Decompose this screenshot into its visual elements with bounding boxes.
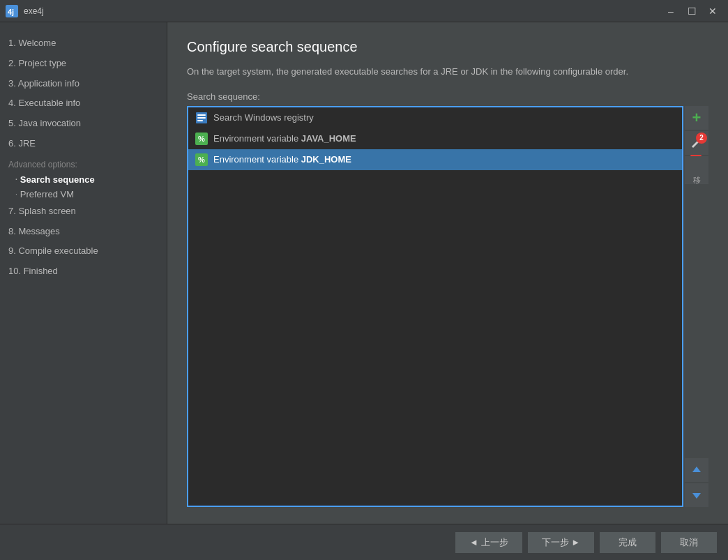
svg-marker-7 bbox=[692, 493, 701, 499]
app-icon: 4j bbox=[6, 5, 18, 17]
sidebar-item-messages[interactable]: 8. Messages bbox=[0, 222, 167, 242]
sequence-panel: Search Windows registry % Environment va… bbox=[187, 106, 708, 508]
sidebar-item-java-invocation[interactable]: 5. Java invocation bbox=[0, 114, 167, 134]
arrow-down-icon bbox=[691, 490, 702, 501]
finish-button[interactable]: 完成 bbox=[600, 532, 655, 553]
window-controls: – ☐ ✕ bbox=[661, 4, 722, 18]
sidebar-item-exe-info[interactable]: 4. Executable info bbox=[0, 93, 167, 114]
sidebar-item-splash-screen[interactable]: 7. Splash screen bbox=[0, 202, 167, 222]
page-title: Configure search sequence bbox=[187, 39, 708, 55]
list-item-java-home[interactable]: % Environment variable JAVA_HOME bbox=[188, 128, 682, 149]
restore-button[interactable]: ☐ bbox=[682, 4, 702, 18]
minimize-button[interactable]: – bbox=[661, 4, 681, 18]
move-down-button[interactable] bbox=[685, 483, 708, 507]
page-description: On the target system, the generated exec… bbox=[187, 65, 708, 79]
svg-rect-4 bbox=[197, 117, 206, 119]
list-item-java-home-text: Environment variable JAVA_HOME bbox=[213, 133, 356, 144]
sidebar-item-project-type[interactable]: 2. Project type bbox=[0, 54, 167, 74]
window-title: exe4j bbox=[24, 6, 661, 16]
svg-text:4j: 4j bbox=[8, 8, 14, 16]
right-panel: + 2 移 bbox=[685, 106, 708, 508]
svg-marker-6 bbox=[692, 467, 701, 472]
sidebar: 1. Welcome 2. Project type 3. Applicatio… bbox=[0, 22, 167, 524]
registry-icon bbox=[195, 112, 208, 124]
arrow-up-icon bbox=[691, 464, 702, 476]
edit-badge: 2 bbox=[696, 133, 707, 144]
sequence-label: Search sequence: bbox=[187, 91, 708, 102]
action-buttons: + 2 移 bbox=[685, 106, 708, 184]
sidebar-item-preferred-vm[interactable]: · Preferred VM bbox=[0, 187, 167, 202]
svg-rect-3 bbox=[197, 114, 206, 116]
footer: ◄ 上一步 下一步 ► 完成 取消 bbox=[0, 524, 728, 560]
bullet-icon: · bbox=[15, 176, 17, 183]
sequence-list[interactable]: Search Windows registry % Environment va… bbox=[187, 106, 683, 508]
delete-button[interactable]: 移 bbox=[685, 156, 708, 184]
advanced-options-label: Advanced options: bbox=[0, 154, 167, 172]
search-sequence-label: Search sequence bbox=[20, 174, 95, 185]
sidebar-item-app-info[interactable]: 3. Application info bbox=[0, 74, 167, 94]
preferred-vm-label: Preferred VM bbox=[20, 189, 74, 199]
content-area: Configure search sequence On the target … bbox=[167, 22, 728, 524]
close-button[interactable]: ✕ bbox=[703, 4, 722, 18]
sidebar-item-jre[interactable]: 6. JRE bbox=[0, 134, 167, 154]
list-item-registry[interactable]: Search Windows registry bbox=[188, 107, 682, 128]
list-item-registry-text: Search Windows registry bbox=[213, 112, 314, 123]
sidebar-item-search-sequence[interactable]: · Search sequence bbox=[0, 172, 167, 187]
move-up-button[interactable] bbox=[685, 458, 708, 482]
list-item-jdk-home[interactable]: % Environment variable JDK_HOME 1 bbox=[188, 149, 682, 170]
sidebar-item-finished[interactable]: 10. Finished bbox=[0, 262, 167, 282]
cancel-button[interactable]: 取消 bbox=[661, 532, 717, 553]
list-item-jdk-home-text: Environment variable JDK_HOME bbox=[213, 154, 351, 165]
main-layout: 1. Welcome 2. Project type 3. Applicatio… bbox=[0, 22, 728, 524]
prev-button[interactable]: ◄ 上一步 bbox=[455, 532, 522, 553]
next-button[interactable]: 下一步 ► bbox=[528, 532, 594, 553]
edit-button[interactable]: 2 bbox=[685, 131, 708, 155]
titlebar: 4j exe4j – ☐ ✕ bbox=[0, 0, 728, 22]
svg-rect-5 bbox=[197, 120, 203, 121]
add-button[interactable]: + bbox=[685, 106, 708, 130]
bullet-icon-2: · bbox=[15, 190, 17, 198]
env-icon-jdk-home: % bbox=[195, 153, 208, 166]
arrow-buttons bbox=[685, 453, 708, 507]
sidebar-item-welcome[interactable]: 1. Welcome bbox=[0, 33, 167, 54]
sidebar-item-compile-executable[interactable]: 9. Compile executable bbox=[0, 241, 167, 262]
env-icon-java-home: % bbox=[195, 133, 208, 145]
